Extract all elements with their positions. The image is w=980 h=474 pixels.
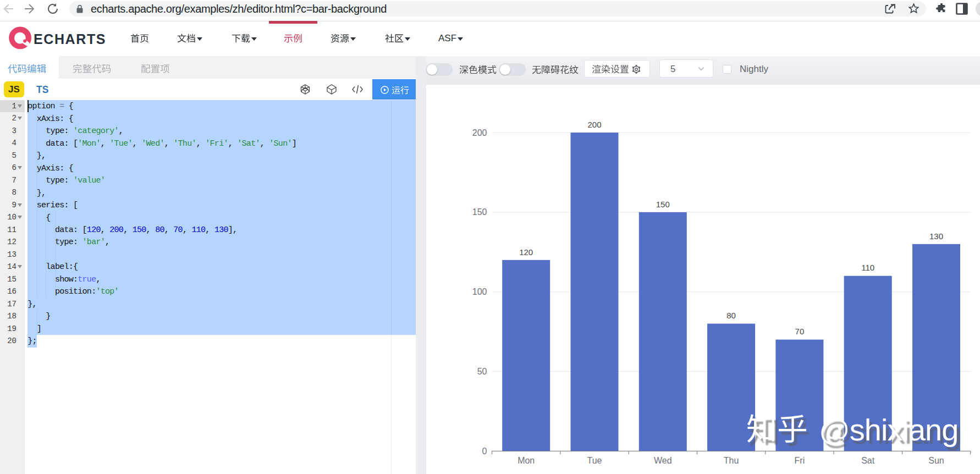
svg-text:0: 0 xyxy=(482,447,487,456)
svg-text:Mon: Mon xyxy=(517,456,535,465)
svg-text:80: 80 xyxy=(726,311,736,320)
svg-text:70: 70 xyxy=(795,327,805,336)
svg-text:130: 130 xyxy=(929,232,943,241)
svg-text:@shixiang: @shixiang xyxy=(819,412,958,447)
svg-text:50: 50 xyxy=(477,367,487,376)
svg-text:Tue: Tue xyxy=(587,456,602,465)
svg-text:110: 110 xyxy=(861,263,874,272)
svg-text:Thu: Thu xyxy=(724,456,739,465)
svg-text:150: 150 xyxy=(656,200,670,209)
svg-text:200: 200 xyxy=(472,128,487,137)
svg-text:150: 150 xyxy=(472,207,487,217)
svg-text:200: 200 xyxy=(587,120,601,129)
svg-text:Wed: Wed xyxy=(654,456,672,465)
svg-text:120: 120 xyxy=(519,247,533,257)
svg-text:100: 100 xyxy=(472,287,487,296)
